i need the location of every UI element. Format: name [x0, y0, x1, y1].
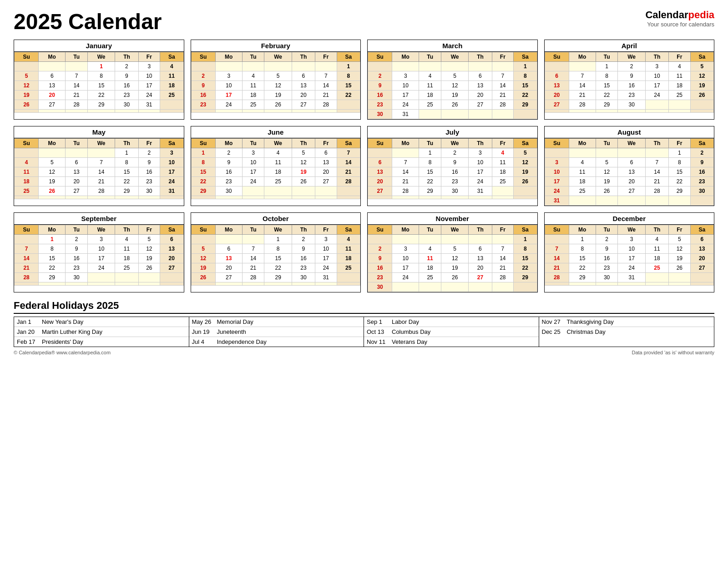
- calendar-cell-empty: [315, 282, 337, 286]
- calendar-cell: 17: [545, 177, 569, 186]
- calendar-cell: 14: [337, 158, 360, 167]
- calendar-cell: 3: [242, 148, 264, 158]
- calendar-cell: [264, 186, 292, 196]
- holiday-name: Martin Luther King Day: [42, 328, 102, 335]
- calendar-cell: 19: [292, 167, 315, 177]
- calendar-cell: 17: [618, 254, 645, 263]
- calendar-cell: 13: [160, 244, 183, 254]
- calendar-cell: 18: [419, 263, 441, 273]
- calendar-cell: 12: [514, 158, 537, 167]
- calendar-cell-empty: [15, 282, 39, 286]
- calendar-cell: 4: [242, 71, 264, 81]
- month-table-march: SuMoTuWeThFrSa12345678910111213141516171…: [368, 52, 537, 119]
- month-table-may: SuMoTuWeThFrSa12345678910111213141516171…: [14, 138, 184, 199]
- calendar-cell: [66, 148, 88, 158]
- calendars-grid: JanuarySuMoTuWeThFrSa1234567891011121314…: [14, 40, 714, 292]
- calendar-cell: [596, 196, 618, 206]
- calendar-cell: [315, 186, 337, 196]
- calendar-cell: [368, 235, 392, 244]
- calendar-cell-empty: [645, 282, 668, 286]
- calendar-cell: [545, 148, 569, 158]
- calendar-cell: 18: [337, 254, 360, 263]
- calendar-cell: 19: [690, 81, 713, 91]
- calendar-cell: 19: [441, 263, 468, 273]
- calendar-cell: 21: [242, 263, 264, 273]
- holiday-name: Thanksgiving Day: [567, 318, 614, 325]
- calendar-cell: 11: [492, 158, 513, 167]
- holiday-name: Columbus Day: [392, 328, 430, 335]
- calendar-cell: 24: [392, 273, 419, 282]
- month-table-september: SuMoTuWeThFrSa12345678910111213141516171…: [14, 225, 184, 286]
- calendar-cell: 15: [39, 254, 66, 263]
- weekday-header-mo: Mo: [215, 52, 242, 62]
- calendar-cell: [690, 273, 713, 282]
- calendar-cell: 15: [514, 254, 537, 263]
- calendar-cell: 18: [15, 177, 39, 186]
- calendar-cell: [669, 100, 690, 110]
- calendar-cell: 16: [618, 81, 645, 91]
- calendar-cell: 17: [315, 254, 337, 263]
- weekday-header-we: We: [618, 52, 645, 62]
- weekday-header-we: We: [87, 52, 115, 62]
- holiday-date: Nov 11: [367, 338, 392, 345]
- calendar-cell-empty: [39, 110, 66, 113]
- weekday-header-sa: Sa: [690, 139, 713, 148]
- calendar-cell: 19: [138, 254, 160, 263]
- calendar-cell-empty: [315, 110, 337, 113]
- calendar-cell-empty: [618, 110, 645, 113]
- calendar-cell: 28: [87, 186, 115, 196]
- calendar-cell: 18: [569, 177, 596, 186]
- calendar-cell: 28: [492, 273, 513, 282]
- calendar-cell: [690, 196, 713, 206]
- calendar-cell: 24: [215, 100, 242, 110]
- calendar-cell-empty: [215, 110, 242, 113]
- calendar-cell: 3: [315, 235, 337, 244]
- calendar-cell: 27: [215, 273, 242, 282]
- calendar-cell: 2: [115, 62, 138, 71]
- weekday-header-we: We: [264, 52, 292, 62]
- calendar-cell: 28: [242, 273, 264, 282]
- calendar-cell: 26: [596, 186, 618, 196]
- calendar-cell: 12: [15, 81, 39, 91]
- calendar-cell: 11: [160, 71, 183, 81]
- calendar-cell: 31: [618, 273, 645, 282]
- calendar-cell: 27: [315, 177, 337, 186]
- calendar-cell: [469, 62, 492, 71]
- calendar-cell: 8: [596, 71, 618, 81]
- weekday-header-th: Th: [115, 139, 138, 148]
- weekday-header-tu: Tu: [419, 52, 441, 62]
- calendar-cell: 12: [669, 244, 690, 254]
- calendar-cell: 20: [315, 167, 337, 177]
- calendar-cell: [337, 273, 360, 282]
- calendar-cell: 30: [138, 186, 160, 196]
- brand-tagline: Your source for calendars: [645, 21, 714, 28]
- calendar-cell: 29: [264, 273, 292, 282]
- holiday-column-3: Nov 27Thanksgiving DayDec 25Christmas Da…: [539, 317, 714, 347]
- calendar-cell: [392, 148, 419, 158]
- holiday-row: Jan 1New Year's Day: [14, 317, 189, 327]
- calendar-cell: 15: [596, 81, 618, 91]
- calendar-cell: 22: [514, 263, 537, 273]
- month-april: AprilSuMoTuWeThFrSa123456789101112131415…: [544, 40, 715, 120]
- weekday-header-sa: Sa: [690, 225, 713, 235]
- calendar-cell: 25: [115, 263, 138, 273]
- calendar-cell: 30: [368, 110, 392, 119]
- calendar-cell: 24: [469, 177, 492, 186]
- weekday-header-we: We: [618, 225, 645, 235]
- calendar-cell: [39, 62, 66, 71]
- weekday-header-su: Su: [15, 225, 39, 235]
- weekday-header-tu: Tu: [66, 139, 88, 148]
- calendar-cell: 17: [87, 254, 115, 263]
- calendar-cell: 11: [264, 158, 292, 167]
- calendar-cell: 13: [66, 167, 88, 177]
- month-title-february: February: [191, 40, 361, 52]
- calendar-cell: 24: [242, 177, 264, 186]
- weekday-header-mo: Mo: [39, 225, 66, 235]
- calendar-cell: 16: [368, 263, 392, 273]
- weekday-header-fr: Fr: [669, 225, 690, 235]
- calendar-cell-empty: [337, 110, 360, 113]
- calendar-cell: 21: [337, 167, 360, 177]
- calendar-cell: [138, 273, 160, 282]
- holiday-column-0: Jan 1New Year's DayJan 20Martin Luther K…: [14, 317, 189, 347]
- month-table-november: SuMoTuWeThFrSa12345678910111213141516171…: [368, 225, 537, 292]
